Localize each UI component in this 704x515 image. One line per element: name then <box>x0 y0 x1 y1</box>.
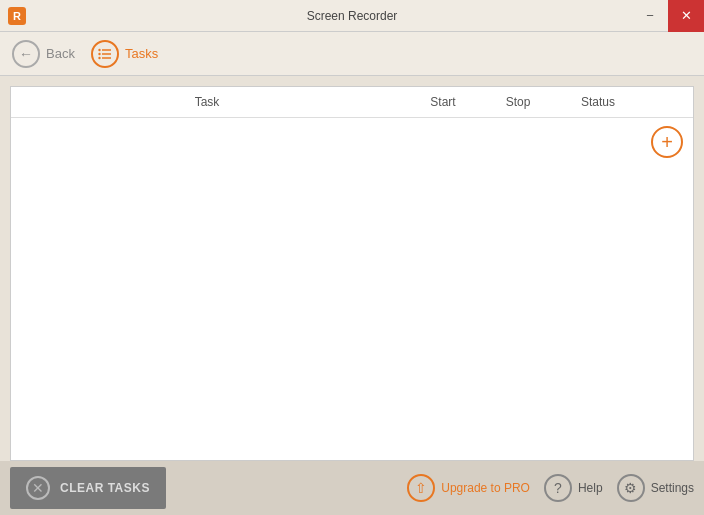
col-header-start: Start <box>403 95 483 109</box>
tasks-label: Tasks <box>125 46 158 61</box>
help-button[interactable]: ? Help <box>544 474 603 502</box>
settings-icon: ⚙ <box>617 474 645 502</box>
clear-tasks-label: CLEAR TASKS <box>60 481 150 495</box>
app-icon: R <box>8 7 26 25</box>
clear-tasks-button[interactable]: ✕ CLEAR TASKS <box>10 467 166 509</box>
bottom-right-actions: ⇧ Upgrade to PRO ? Help ⚙ Settings <box>407 474 694 502</box>
settings-button[interactable]: ⚙ Settings <box>617 474 694 502</box>
title-bar-controls: − ✕ <box>632 0 704 32</box>
title-bar-left: R <box>8 7 26 25</box>
svg-point-4 <box>98 52 100 54</box>
table-body: + <box>11 118 693 460</box>
title-bar: R Screen Recorder − ✕ <box>0 0 704 32</box>
add-task-button[interactable]: + <box>651 126 683 158</box>
tasks-table: Task Start Stop Status + <box>10 86 694 461</box>
minimize-button[interactable]: − <box>632 0 668 32</box>
svg-point-5 <box>98 56 100 58</box>
close-button[interactable]: ✕ <box>668 0 704 32</box>
settings-label: Settings <box>651 481 694 495</box>
help-icon: ? <box>544 474 572 502</box>
col-header-status: Status <box>553 95 643 109</box>
col-header-stop: Stop <box>483 95 553 109</box>
svg-point-3 <box>98 48 100 50</box>
col-header-task: Task <box>11 95 403 109</box>
nav-bar: ← Back Tasks <box>0 32 704 76</box>
back-icon: ← <box>12 40 40 68</box>
table-header: Task Start Stop Status <box>11 87 693 118</box>
main-content: Task Start Stop Status + <box>0 76 704 461</box>
tasks-button[interactable]: Tasks <box>91 40 158 68</box>
upgrade-icon: ⇧ <box>407 474 435 502</box>
upgrade-button[interactable]: ⇧ Upgrade to PRO <box>407 474 530 502</box>
upgrade-label: Upgrade to PRO <box>441 481 530 495</box>
tasks-icon <box>91 40 119 68</box>
back-label: Back <box>46 46 75 61</box>
window-title: Screen Recorder <box>307 9 398 23</box>
clear-x-icon: ✕ <box>26 476 50 500</box>
back-button[interactable]: ← Back <box>12 40 75 68</box>
bottom-bar: ✕ CLEAR TASKS ⇧ Upgrade to PRO ? Help ⚙ … <box>0 461 704 515</box>
help-label: Help <box>578 481 603 495</box>
